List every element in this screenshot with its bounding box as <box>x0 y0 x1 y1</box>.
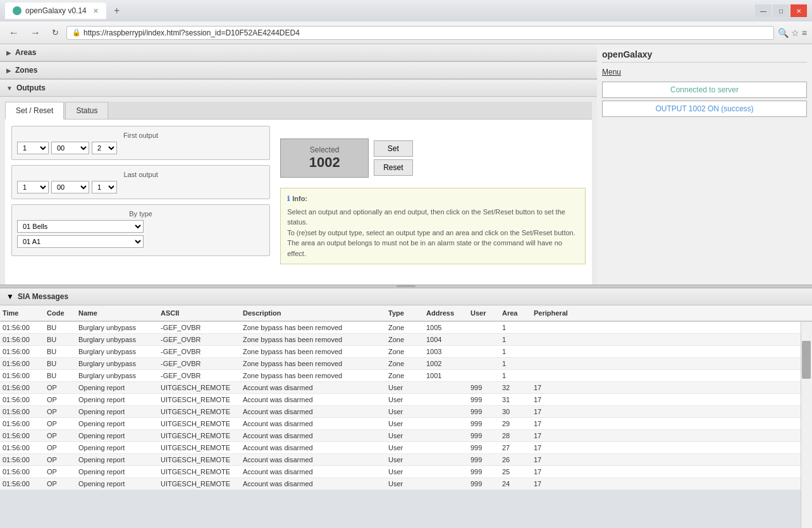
table-cell: 01:56:00 <box>0 358 44 369</box>
type-select1[interactable]: 01 Bells <box>17 220 144 233</box>
tab-favicon <box>13 6 22 15</box>
last-output-group: Last output 1 00 <box>11 165 270 199</box>
zones-header[interactable]: ▶ Zones <box>0 62 597 79</box>
table-row: 01:56:00OPOpening reportUITGESCH_REMOTEA… <box>0 430 812 442</box>
scrollbar[interactable] <box>801 322 812 529</box>
star-icon[interactable]: ☆ <box>791 28 799 38</box>
col-user: User <box>468 308 500 318</box>
outputs-header[interactable]: ▼ Outputs <box>0 80 597 97</box>
tab-title: openGalaxy v0.14 <box>25 6 87 15</box>
col-area: Area <box>500 308 531 318</box>
table-cell: -GEF_OVBR <box>158 322 240 333</box>
back-btn[interactable]: ← <box>5 26 23 40</box>
set-button[interactable]: Set <box>374 140 412 157</box>
table-cell: OP <box>44 382 76 393</box>
last-output-sel3[interactable]: 1 <box>92 181 117 193</box>
first-output-sel2[interactable]: 00 <box>51 142 89 154</box>
output-success-btn[interactable]: OUTPUT 1002 ON (success) <box>602 101 807 117</box>
areas-title: Areas <box>15 48 36 57</box>
table-cell: 17 <box>531 466 582 477</box>
type-select2[interactable]: 01 A1 <box>17 235 144 248</box>
table-cell <box>424 466 468 477</box>
table-cell: UITGESCH_REMOTE <box>158 466 240 477</box>
areas-header[interactable]: ▶ Areas <box>0 44 597 61</box>
table-cell: 1 <box>500 358 531 369</box>
table-cell: UITGESCH_REMOTE <box>158 418 240 429</box>
zones-arrow: ▶ <box>6 67 11 74</box>
table-cell: 1004 <box>424 334 468 345</box>
table-cell: Burglary unbypass <box>76 346 158 357</box>
close-btn[interactable]: ✕ <box>790 4 807 17</box>
reset-button[interactable]: Reset <box>374 159 412 176</box>
areas-section: ▶ Areas <box>0 44 597 62</box>
table-cell: 17 <box>531 430 582 441</box>
table-cell: 30 <box>500 406 531 417</box>
table-cell <box>531 370 582 381</box>
table-cell: -GEF_OVBR <box>158 358 240 369</box>
table-cell: UITGESCH_REMOTE <box>158 394 240 405</box>
window-controls: — □ ✕ <box>755 4 807 17</box>
table-cell: 1005 <box>424 322 468 333</box>
col-code: Code <box>44 308 76 318</box>
sia-section: ▼ SIA Messages Time Code Name ASCII Desc… <box>0 288 812 529</box>
table-cell: UITGESCH_REMOTE <box>158 478 240 489</box>
table-cell: 01:56:00 <box>0 394 44 405</box>
table-cell: OP <box>44 394 76 405</box>
table-cell <box>531 334 582 345</box>
table-cell: 29 <box>500 418 531 429</box>
table-row: 01:56:00OPOpening reportUITGESCH_REMOTEA… <box>0 454 812 466</box>
url-text: https://raspberrypi/index.html?session_i… <box>83 28 768 37</box>
table-cell: 28 <box>500 430 531 441</box>
maximize-btn[interactable]: □ <box>773 4 789 17</box>
tab-status[interactable]: Status <box>65 102 108 119</box>
table-cell: Account was disarmed <box>240 418 386 429</box>
table-cell: 01:56:00 <box>0 418 44 429</box>
last-output-sel2[interactable]: 00 <box>51 181 89 193</box>
minimize-btn[interactable]: — <box>755 4 772 17</box>
by-type-group: By type 01 Bells 01 A1 <box>11 204 270 256</box>
info-box: ℹ Info: Select an output and optionally … <box>280 188 586 264</box>
browser-tab[interactable]: openGalaxy v0.14 ✕ <box>5 3 106 19</box>
info-title-text: Info: <box>292 193 307 204</box>
table-cell: 17 <box>531 478 582 489</box>
right-panel-title: openGalaxy <box>602 49 807 63</box>
sia-header[interactable]: ▼ SIA Messages <box>0 288 812 305</box>
col-ascii: ASCII <box>158 308 240 318</box>
table-cell: Zone <box>386 334 424 345</box>
table-cell: BU <box>44 346 76 357</box>
new-tab-btn[interactable]: + <box>109 3 125 19</box>
output-tabs: Set / Reset Status <box>5 102 592 120</box>
col-peripheral: Peripheral <box>531 308 582 318</box>
table-cell <box>468 346 500 357</box>
search-icon[interactable]: 🔍 <box>778 28 789 38</box>
table-cell: Burglary unbypass <box>76 322 158 333</box>
table-cell: OP <box>44 466 76 477</box>
table-cell: Opening report <box>76 430 158 441</box>
table-cell: Zone bypass has been removed <box>240 358 386 369</box>
scroll-thumb[interactable] <box>802 341 811 379</box>
table-cell: 01:56:00 <box>0 478 44 489</box>
menu-label[interactable]: Menu <box>602 68 807 77</box>
first-output-sel1[interactable]: 1 <box>17 142 49 154</box>
table-cell: 17 <box>531 382 582 393</box>
menu-icon[interactable]: ≡ <box>802 28 807 38</box>
tab-close-btn[interactable]: ✕ <box>93 7 99 15</box>
table-cell: User <box>386 418 424 429</box>
table-cell: OP <box>44 442 76 453</box>
table-cell: 999 <box>468 418 500 429</box>
table-cell: 17 <box>531 454 582 465</box>
tab-set-reset[interactable]: Set / Reset <box>5 102 64 120</box>
zones-title: Zones <box>15 66 37 75</box>
connected-status-btn[interactable]: Connected to server <box>602 82 807 98</box>
last-output-sel1[interactable]: 1 <box>17 181 49 193</box>
forward-btn[interactable]: → <box>27 26 44 40</box>
address-bar[interactable]: 🔒 https://raspberrypi/index.html?session… <box>66 26 774 40</box>
table-cell: User <box>386 466 424 477</box>
first-output-sel3[interactable]: 2 <box>92 142 117 154</box>
refresh-btn[interactable]: ↻ <box>48 27 63 39</box>
table-cell <box>531 358 582 369</box>
table-cell: Burglary unbypass <box>76 370 158 381</box>
table-cell: User <box>386 406 424 417</box>
table-cell: 32 <box>500 382 531 393</box>
table-cell: 01:56:00 <box>0 406 44 417</box>
